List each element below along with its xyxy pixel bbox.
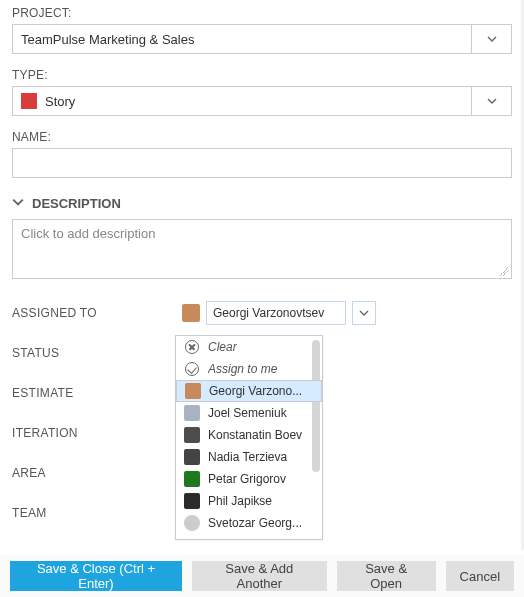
assigned-label: ASSIGNED TO bbox=[12, 306, 182, 320]
assignee-picker[interactable] bbox=[182, 299, 376, 327]
assignee-input[interactable] bbox=[206, 301, 346, 325]
dropdown-person[interactable]: Nadia Terzieva bbox=[176, 446, 322, 468]
team-label: TEAM bbox=[12, 506, 182, 520]
avatar bbox=[184, 515, 200, 531]
avatar bbox=[184, 471, 200, 487]
project-select[interactable]: TeamPulse Marketing & Sales bbox=[12, 24, 512, 54]
area-label: AREA bbox=[12, 466, 182, 480]
description-label: DESCRIPTION bbox=[32, 196, 121, 211]
avatar bbox=[184, 493, 200, 509]
type-select[interactable]: Story bbox=[12, 86, 512, 116]
dropdown-person-label: Petar Grigorov bbox=[208, 472, 314, 486]
name-label: NAME: bbox=[12, 130, 512, 144]
dropdown-clear-label: Clear bbox=[208, 340, 314, 354]
assign-me-icon bbox=[184, 361, 200, 377]
dropdown-person[interactable]: Georgi Varzono... bbox=[176, 380, 322, 402]
project-caret-cell[interactable] bbox=[471, 25, 511, 53]
type-value: Story bbox=[45, 94, 471, 109]
dropdown-person-label: Joel Semeniuk bbox=[208, 406, 314, 420]
dropdown-clear[interactable]: Clear bbox=[176, 336, 322, 358]
estimate-label: ESTIMATE bbox=[12, 386, 182, 400]
save-open-button[interactable]: Save & Open bbox=[337, 561, 436, 591]
project-label: PROJECT: bbox=[12, 6, 512, 20]
chevron-down-icon bbox=[487, 96, 497, 106]
save-add-button[interactable]: Save & Add Another bbox=[192, 561, 327, 591]
description-header[interactable]: DESCRIPTION bbox=[12, 196, 512, 211]
type-label: TYPE: bbox=[12, 68, 512, 82]
assignee-dropdown[interactable]: Clear Assign to me Georgi Varzono...Joel… bbox=[175, 335, 323, 540]
avatar bbox=[184, 449, 200, 465]
avatar bbox=[184, 427, 200, 443]
dropdown-person-label: Phil Japikse bbox=[208, 494, 314, 508]
dropdown-assign-me[interactable]: Assign to me bbox=[176, 358, 322, 380]
type-color-swatch bbox=[21, 93, 37, 109]
avatar bbox=[184, 405, 200, 421]
iteration-label: ITERATION bbox=[12, 426, 182, 440]
cancel-button[interactable]: Cancel bbox=[446, 561, 514, 591]
dropdown-person-label: Georgi Varzono... bbox=[209, 384, 313, 398]
chevron-down-icon bbox=[12, 196, 24, 211]
dropdown-person[interactable]: Joel Semeniuk bbox=[176, 402, 322, 424]
type-caret-cell[interactable] bbox=[471, 87, 511, 115]
avatar bbox=[182, 304, 200, 322]
description-input[interactable]: Click to add description bbox=[12, 219, 512, 279]
chevron-down-icon bbox=[487, 34, 497, 44]
clear-icon bbox=[184, 339, 200, 355]
dropdown-person-label: Svetozar Georg... bbox=[208, 516, 314, 530]
dropdown-person-label: Konstanatin Boev bbox=[208, 428, 314, 442]
dropdown-person[interactable]: Phil Japikse bbox=[176, 490, 322, 512]
assignee-caret[interactable] bbox=[352, 301, 376, 325]
scrollbar[interactable] bbox=[312, 340, 320, 472]
save-close-button[interactable]: Save & Close (Ctrl + Enter) bbox=[10, 561, 182, 591]
row-assigned-to: ASSIGNED TO bbox=[12, 293, 512, 333]
dropdown-person[interactable]: Svetozar Georg... bbox=[176, 512, 322, 534]
status-label: STATUS bbox=[12, 346, 182, 360]
dropdown-assign-me-label: Assign to me bbox=[208, 362, 314, 376]
dropdown-person[interactable]: Konstanatin Boev bbox=[176, 424, 322, 446]
dropdown-person[interactable]: Petar Grigorov bbox=[176, 468, 322, 490]
avatar bbox=[185, 383, 201, 399]
project-value: TeamPulse Marketing & Sales bbox=[21, 32, 471, 47]
name-input[interactable] bbox=[12, 148, 512, 178]
footer: Save & Close (Ctrl + Enter) Save & Add A… bbox=[0, 555, 524, 597]
dropdown-person-label: Nadia Terzieva bbox=[208, 450, 314, 464]
